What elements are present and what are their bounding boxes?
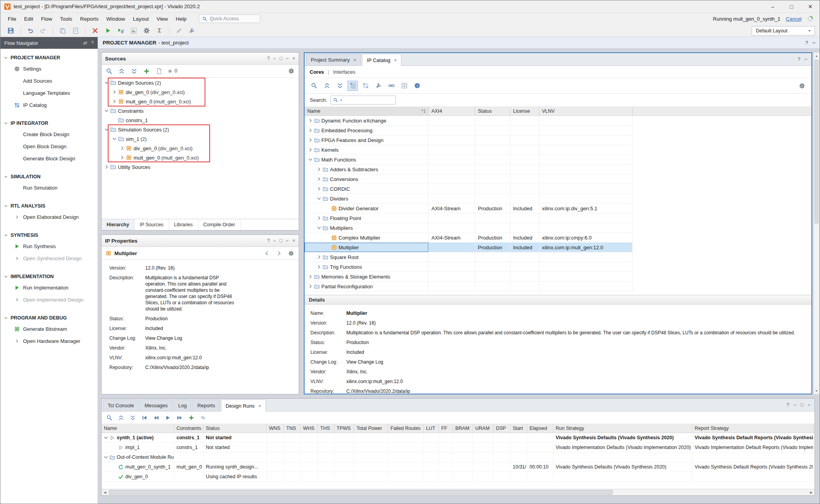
catalog-row-math-functions[interactable]: Math Functions: [305, 155, 633, 165]
scroll-right-icon[interactable]: ▶: [808, 489, 815, 495]
runs-column-header-total-power[interactable]: Total Power: [354, 424, 388, 433]
toggle-navigator-icon[interactable]: ⇄: [83, 40, 87, 46]
flow-item-open-elaborated-design[interactable]: Open Elaborated Design: [0, 211, 98, 223]
runs-column-header-elapsed[interactable]: Elapsed: [527, 424, 553, 433]
tab-design-runs[interactable]: Design Runs×: [221, 399, 266, 412]
horizontal-scrollbar[interactable]: ◀ ▶: [102, 489, 815, 495]
catalog-row-complex-multiplier[interactable]: Complex MultiplierAXI4-StreamProductionI…: [305, 233, 633, 243]
catalog-row-square-root[interactable]: Square Root: [305, 252, 633, 262]
flow-item-open-hardware-manager[interactable]: Open Hardware Manager: [0, 335, 98, 347]
menu-reports[interactable]: Reports: [77, 15, 102, 23]
run-row-mult-gen-0-synth-1[interactable]: mult_gen_0_synth_1mult_gen_0Running synt…: [102, 462, 815, 472]
expand-button[interactable]: [129, 414, 137, 422]
scrollbar-track[interactable]: [108, 489, 808, 495]
add-button[interactable]: [187, 414, 195, 422]
flow-section-header-synthesis[interactable]: SYNTHESIS: [0, 230, 98, 240]
catalog-row-embedded-processing[interactable]: Embedded Processing: [305, 126, 633, 135]
catalog-row-memories-storage-elements[interactable]: Memories & Storage Elements: [305, 272, 633, 282]
menu-flow[interactable]: Flow: [37, 15, 56, 23]
subtab-cores[interactable]: Cores: [310, 69, 324, 75]
panel-maximize-icon[interactable]: □: [280, 56, 283, 61]
catalog-search-input[interactable]: [330, 96, 396, 105]
runs-column-header-uram[interactable]: URAM: [473, 424, 494, 433]
run-row-div-gen-0[interactable]: div_gen_0Using cached IP results: [102, 472, 815, 482]
scrollbar-thumb[interactable]: [109, 490, 613, 495]
catalog-row-dynamic-function-exchange[interactable]: Dynamic Function eXchange: [305, 116, 633, 126]
scroll-left-icon[interactable]: ◀: [102, 489, 108, 495]
save-button[interactable]: [5, 26, 16, 36]
tree-view-button[interactable]: [348, 81, 358, 91]
link-button[interactable]: [386, 81, 396, 91]
menu-help[interactable]: Help: [172, 15, 190, 23]
properties-arrow-left-button[interactable]: [263, 249, 271, 257]
catalog-row-kernels[interactable]: Kernels: [305, 145, 633, 155]
runs-column-header-ths[interactable]: THS: [318, 424, 334, 433]
catalog-row-adders-subtracters[interactable]: Adders & Subtracters: [305, 165, 633, 174]
column-header-axi4[interactable]: AXI4: [429, 107, 475, 115]
runs-column-header-constraints[interactable]: Constraints: [174, 424, 203, 433]
flow-item-run-implementation[interactable]: Run Implementation: [0, 282, 98, 294]
layout-selector[interactable]: Default Layout: [752, 26, 815, 35]
panel-maximize-icon[interactable]: □: [800, 402, 804, 408]
runs-column-header-wns[interactable]: WNS: [267, 424, 284, 433]
catalog-row-multipliers[interactable]: Multipliers: [305, 223, 633, 233]
run-row-synth-1-active[interactable]: synth_1 (active)constrs_1Not startedViva…: [102, 433, 815, 443]
source-design-sources[interactable]: Design Sources (2): [102, 78, 299, 87]
run-chart-button[interactable]: [115, 26, 127, 36]
catalog-row-trig-functions[interactable]: Trig Functions: [305, 262, 633, 272]
runs-column-header-dsp[interactable]: DSP: [494, 424, 510, 433]
column-header-license[interactable]: License: [510, 107, 539, 115]
panel-help-icon[interactable]: ?: [798, 57, 800, 62]
runs-column-header-status[interactable]: Status: [203, 424, 267, 433]
tab-ip-catalog[interactable]: IP Catalog×: [362, 54, 401, 66]
file-button[interactable]: [155, 67, 163, 75]
sources-tab-hierarchy[interactable]: Hierarchy: [102, 219, 135, 230]
runs-column-header-bram[interactable]: BRAM: [453, 424, 473, 433]
tab-tcl-console[interactable]: Tcl Console: [103, 399, 139, 411]
window-close-button[interactable]: ✕: [801, 0, 820, 12]
flow-item-create-block-design[interactable]: Create Block Design: [0, 128, 98, 140]
catalog-scrollbar-thumb[interactable]: [815, 60, 818, 224]
runs-column-header-ff[interactable]: FF: [439, 424, 453, 433]
close-tab-icon[interactable]: ×: [353, 57, 357, 63]
runs-column-header-whs[interactable]: WHS: [301, 424, 318, 433]
scroll-up-icon[interactable]: ▲: [814, 53, 819, 59]
panel-help-icon[interactable]: ?: [267, 238, 270, 243]
catalog-row-floating-point[interactable]: Floating Point: [305, 213, 633, 223]
close-red-button[interactable]: [89, 26, 101, 36]
tab-reports[interactable]: Reports: [193, 399, 220, 411]
probe-button[interactable]: [186, 26, 198, 36]
window-minimize-button[interactable]: –: [763, 0, 782, 12]
source-sim-1[interactable]: sim_1 (2): [102, 134, 299, 144]
run-row-out-of-context-module-runs[interactable]: Out-of-Context Module Runs: [102, 453, 815, 462]
source-div-gen-0[interactable]: div_gen_0 (div_gen_0.xci): [102, 87, 299, 97]
step-first-button[interactable]: [141, 414, 148, 422]
copy-button[interactable]: [57, 26, 68, 36]
sources-settings-button[interactable]: [287, 67, 295, 75]
tab-project-summary[interactable]: Project Summary×: [306, 54, 361, 66]
flow-item-settings[interactable]: Settings: [0, 63, 98, 75]
help-icon[interactable]: ?: [91, 40, 94, 46]
report-button[interactable]: [70, 26, 81, 36]
panel-close-icon[interactable]: ×: [292, 238, 295, 243]
source-constraints[interactable]: Constraints: [102, 106, 299, 115]
collapse-button[interactable]: [322, 81, 332, 91]
flow-item-open-implemented-design[interactable]: Open Implemented Design: [0, 294, 98, 306]
menu-window[interactable]: Window: [103, 15, 128, 23]
source-mult-gen-0[interactable]: mult_gen_0 (mult_gen_0.xci): [102, 97, 299, 106]
panel-close-icon[interactable]: ×: [292, 56, 295, 61]
tab-log[interactable]: Log: [173, 399, 191, 411]
sources-tab-libraries[interactable]: Libraries: [169, 219, 198, 230]
window-maximize-button[interactable]: □: [782, 0, 801, 12]
flow-section-header-project-manager[interactable]: PROJECT MANAGER: [0, 53, 98, 63]
scroll-down-icon[interactable]: ▼: [814, 388, 819, 394]
tab-messages[interactable]: Messages: [140, 399, 172, 411]
catalog-row-cordic[interactable]: CORDIC: [305, 184, 633, 194]
cancel-run-link[interactable]: Cancel: [786, 16, 802, 22]
catalog-row-multiplier[interactable]: MultiplierProductionIncludedxilinx.com:i…: [305, 243, 633, 252]
runs-column-header-run-strategy[interactable]: Run Strategy: [553, 424, 692, 433]
flow-item-run-synthesis[interactable]: Run Synthesis: [0, 240, 98, 252]
catalog-row-conversions[interactable]: Conversions: [305, 174, 633, 184]
flow-item-generate-bitstream[interactable]: Generate Bitstream: [0, 323, 98, 335]
catalog-row-fpga-features-and-design[interactable]: FPGA Features and Design: [305, 135, 633, 145]
